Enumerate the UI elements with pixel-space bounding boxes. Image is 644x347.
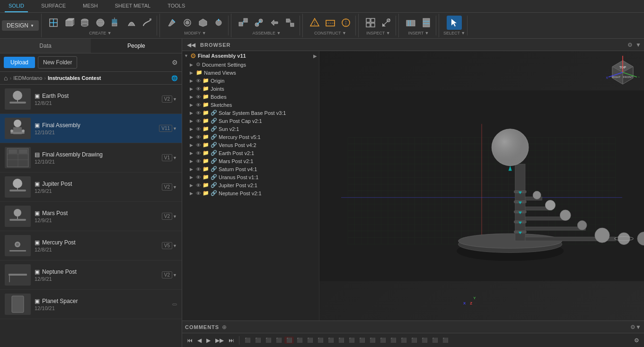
tree-bodies[interactable]: ▶ 👁 📁 Bodies [182, 93, 319, 101]
sidebar-tab-people[interactable]: People [91, 39, 182, 53]
tree-doc-settings[interactable]: ▶ ⚙ Document Settings [182, 61, 319, 69]
modify-btn-3[interactable] [195, 16, 211, 30]
upload-button[interactable]: Upload [4, 57, 35, 68]
revolve-btn[interactable] [124, 16, 139, 30]
tree-mercury-eye[interactable]: 👁 [196, 134, 201, 140]
globe-icon[interactable]: 🌐 [171, 75, 178, 81]
tree-earth-eye[interactable]: 👁 [196, 150, 201, 156]
new-component-btn[interactable] [46, 16, 61, 30]
tab-solid[interactable]: SOLID [5, 0, 28, 12]
tree-bodies-eye[interactable]: 👁 [196, 94, 201, 100]
playback-next-btn[interactable]: ▶▶ [213, 336, 226, 345]
tree-root-play[interactable]: ▶ [313, 53, 317, 59]
select-btn[interactable] [447, 16, 462, 30]
tree-mars-post[interactable]: ▶ 👁 📁 🔗 Mars Post v2:1 [182, 157, 319, 165]
tree-root[interactable]: ▼ ⚙ Final Assembly v11 ▶ [182, 51, 319, 61]
tree-mars-eye[interactable]: 👁 [196, 158, 201, 164]
tree-origin-eye[interactable]: 👁 [196, 78, 201, 84]
file-item-final-assembly[interactable]: ▣ Final Assembly 12/10/21 V11 ▼ [0, 114, 182, 143]
extrude-btn[interactable] [108, 16, 124, 30]
tree-sun-post-cap[interactable]: ▶ 👁 📁 🔗 Sun Post Cap v2:1 [182, 117, 319, 125]
assemble-btn-4[interactable] [282, 16, 298, 30]
breadcrumb-iedmontano[interactable]: IEDMontano [13, 75, 42, 81]
tab-surface[interactable]: SURFACE [37, 0, 70, 12]
timeline-btn-18[interactable]: ⬛ [420, 337, 429, 344]
tree-mercury-post[interactable]: ▶ 👁 📁 🔗 Mercury Post v5:1 [182, 133, 319, 141]
insert-btn-1[interactable] [403, 16, 418, 30]
insert-btn-2[interactable] [419, 16, 434, 30]
modify-btn-4[interactable] [211, 16, 226, 30]
home-icon[interactable]: ⌂ [4, 74, 8, 82]
comments-collapse-icon[interactable]: ▼ [635, 324, 641, 330]
view-gizmo[interactable]: TOP FRONT RIGHT Z Y X [606, 56, 639, 89]
playback-play-btn[interactable]: ▶ [204, 336, 212, 345]
timeline-btn-11[interactable]: ⬛ [347, 337, 356, 344]
file-item-mars-post[interactable]: ▣ Mars Post 12/9/21 V2 ▼ [0, 202, 182, 231]
tree-sun-eye[interactable]: 👁 [196, 126, 201, 132]
timeline-btn-9[interactable]: ⬛ [326, 337, 335, 344]
playback-end-btn[interactable]: ⏭ [227, 336, 236, 345]
file-item-mercury-post[interactable]: ▣ Mercury Post 12/8/21 V5 ▼ [0, 231, 182, 260]
breadcrumb-contest[interactable]: Instructables Contest [48, 75, 101, 81]
timeline-btn-10[interactable]: ⬛ [336, 337, 346, 344]
comments-settings-icon[interactable]: ⚙ [630, 324, 635, 330]
timeline-settings-btn[interactable]: ⚙ [632, 336, 641, 345]
sphere-btn[interactable] [93, 16, 108, 30]
timeline-btn-13[interactable]: ⬛ [368, 337, 377, 344]
file-item-neptune-post[interactable]: ▣ Neptune Post 12/9/21 V2 ▼ [0, 260, 182, 290]
sidebar-tab-data[interactable]: Data [0, 39, 91, 53]
browser-collapse-btn[interactable]: ◀◀ [185, 41, 197, 49]
timeline-btn-3[interactable]: ⬛ [264, 337, 273, 344]
tree-saturn-post[interactable]: ▶ 👁 📁 🔗 Saturn Post v4:1 [182, 165, 319, 173]
new-folder-button[interactable]: New Folder [38, 56, 77, 69]
timeline-btn-19[interactable]: ⬛ [430, 337, 440, 344]
tree-earth-post[interactable]: ▶ 👁 📁 🔗 Earth Post v2:1 [182, 149, 319, 157]
tree-sketches[interactable]: ▶ 👁 📁 Sketches [182, 101, 319, 109]
tree-neptune-post[interactable]: ▶ 👁 📁 🔗 Neptune Post v2:1 [182, 189, 319, 197]
sweep-btn[interactable] [140, 16, 155, 30]
tree-solar-base-eye[interactable]: 👁 [196, 110, 201, 116]
browser-more-icon[interactable]: ▼ [635, 42, 641, 48]
file-item-drawing[interactable]: ▤ Final Assembly Drawing 12/10/21 V1 ▼ [0, 143, 182, 173]
tab-mesh[interactable]: MESH [79, 0, 102, 12]
file-item-planet-spacer[interactable]: ▣ Planet Spacer 12/10/21 [0, 290, 182, 319]
playback-start-btn[interactable]: ⏮ [185, 336, 194, 345]
tree-neptune-eye[interactable]: 👁 [196, 191, 201, 196]
timeline-btn-14[interactable]: ⬛ [378, 337, 388, 344]
tree-saturn-eye[interactable]: 👁 [196, 166, 201, 172]
timeline-btn-16[interactable]: ⬛ [399, 337, 408, 344]
tree-solar-base[interactable]: ▶ 👁 📁 🔗 Solar System Base Post v3:1 [182, 109, 319, 117]
timeline-btn-1[interactable]: ⬛ [243, 337, 252, 344]
timeline-btn-20[interactable]: ⬛ [441, 337, 450, 344]
file-item-jupiter-post[interactable]: ▣ Jupiter Post 12/9/21 V2 ▼ [0, 173, 182, 202]
tree-root-toggle[interactable]: ▼ [184, 53, 189, 58]
construct-btn-3[interactable] [338, 16, 353, 30]
design-button[interactable]: DESIGN ▼ [2, 20, 39, 31]
timeline-btn-12[interactable]: ⬛ [357, 337, 367, 344]
tree-jupiter-eye[interactable]: 👁 [196, 182, 201, 188]
browser-settings-icon[interactable]: ⚙ [627, 42, 633, 48]
inspect-btn-2[interactable] [379, 16, 394, 30]
timeline-btn-8[interactable]: ⬛ [316, 337, 325, 344]
tree-uranus-post[interactable]: ▶ 👁 📁 🔗 Uranus Post v1:1 [182, 173, 319, 181]
tree-origin[interactable]: ▶ 👁 📁 Origin [182, 77, 319, 85]
box-btn[interactable] [62, 16, 77, 30]
assemble-btn-3[interactable] [267, 16, 282, 30]
timeline-btn-7[interactable]: ⬛ [305, 337, 315, 344]
file-item-earth-post[interactable]: ▣ Earth Post 12/8/21 V2 ▼ [0, 85, 182, 114]
tree-sun-cap-eye[interactable]: 👁 [196, 118, 201, 124]
timeline-btn-6[interactable]: ⬛ [295, 337, 304, 344]
cylinder-btn[interactable] [77, 16, 92, 30]
timeline-btn-15[interactable]: ⬛ [388, 337, 398, 344]
assemble-btn-1[interactable] [236, 16, 251, 30]
tree-joints[interactable]: ▶ 👁 📁 Joints [182, 85, 319, 93]
tab-tools[interactable]: TOOLS [164, 0, 189, 12]
timeline-btn-17[interactable]: ⬛ [409, 337, 419, 344]
tree-named-views[interactable]: ▶ 📁 Named Views [182, 69, 319, 77]
tree-joints-eye[interactable]: 👁 [196, 86, 201, 92]
tree-sketches-eye[interactable]: 👁 [196, 102, 201, 108]
modify-btn-2[interactable] [180, 16, 195, 30]
tab-sheet-metal[interactable]: SHEET METAL [111, 0, 154, 12]
tree-venus-eye[interactable]: 👁 [196, 142, 201, 148]
tree-jupiter-post[interactable]: ▶ 👁 📁 🔗 Jupiter Post v2:1 [182, 181, 319, 189]
